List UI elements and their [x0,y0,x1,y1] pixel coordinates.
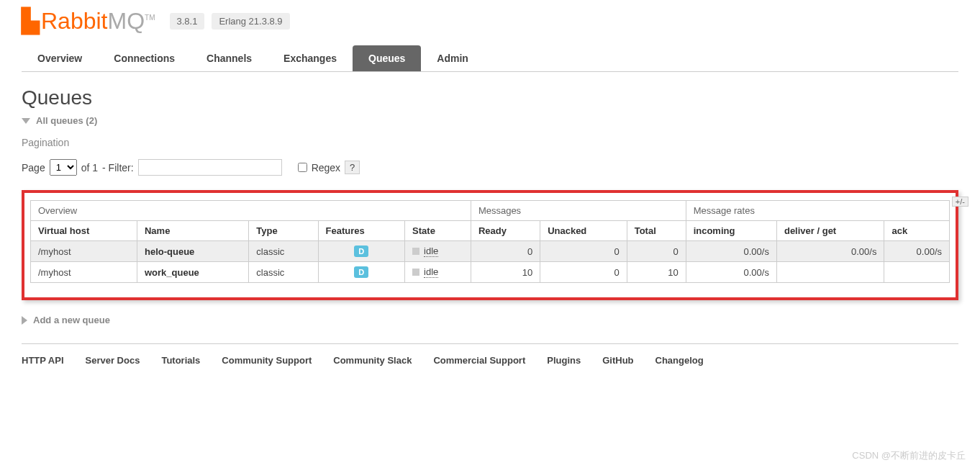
cell-deliver [776,262,884,283]
tab-overview[interactable]: Overview [22,45,98,71]
cell-ready: 10 [471,262,540,283]
col-deliver[interactable]: deliver / get [776,221,884,241]
nav-tabs: Overview Connections Channels Exchanges … [22,45,958,72]
tab-queues[interactable]: Queues [353,45,421,71]
group-overview: Overview [31,201,471,221]
tab-channels[interactable]: Channels [191,45,268,71]
link-server-docs[interactable]: Server Docs [86,355,140,366]
cell-name: helo-queue [137,241,248,262]
cell-total: 0 [627,241,686,262]
cell-incoming: 0.00/s [686,241,776,262]
col-total[interactable]: Total [627,221,686,241]
durable-badge: D [354,245,368,257]
cell-vhost: /myhost [31,262,137,283]
tab-connections[interactable]: Connections [98,45,191,71]
page-label: Page [22,162,45,174]
footer-links: HTTP API Server Docs Tutorials Community… [22,343,958,377]
tab-exchanges[interactable]: Exchanges [268,45,353,71]
logo-rabbit: Rabbit [41,8,108,34]
regex-checkbox[interactable] [298,163,307,172]
cell-total: 10 [627,262,686,283]
link-commercial-support[interactable]: Commercial Support [433,355,525,366]
cell-features: D [318,262,405,283]
logo-text: RabbitMQTM [41,8,155,35]
page-select[interactable]: 1 [50,159,77,176]
queues-table: Overview Messages Message rates Virtual … [30,200,950,283]
col-type[interactable]: Type [249,221,318,241]
pagination-controls: Page 1 of 1 - Filter: Regex ? [22,159,958,176]
tab-admin[interactable]: Admin [421,45,484,71]
pagination-label: Pagination [22,137,958,148]
regex-label: Regex [312,162,340,174]
all-queues-label: All queues (2) [36,115,97,126]
chevron-right-icon [22,316,27,325]
col-vhost[interactable]: Virtual host [31,221,137,241]
chevron-down-icon [22,118,30,124]
cell-vhost: /myhost [31,241,137,262]
rabbitmq-icon: ▙ [22,7,40,35]
cell-incoming: 0.00/s [686,262,776,283]
link-github[interactable]: GitHub [602,355,633,366]
cell-name: work_queue [137,262,248,283]
header: ▙ RabbitMQTM 3.8.1 Erlang 21.3.8.9 [0,0,980,45]
cell-ack [884,262,950,283]
idle-icon [412,269,419,276]
idle-icon [412,248,419,255]
table-row: /myhost work_queue classic D idle 10 0 1… [31,262,950,283]
logo-tm: TM [145,14,155,22]
version-badge: 3.8.1 [170,13,205,30]
cell-deliver: 0.00/s [776,241,884,262]
col-state[interactable]: State [405,221,471,241]
filter-input[interactable] [138,159,282,176]
link-tutorials[interactable]: Tutorials [161,355,200,366]
col-name[interactable]: Name [137,221,248,241]
link-community-support[interactable]: Community Support [222,355,312,366]
link-http-api[interactable]: HTTP API [22,355,64,366]
cell-state: idle [405,241,471,262]
group-rates: Message rates [686,201,949,221]
link-plugins[interactable]: Plugins [547,355,581,366]
queues-table-wrap: +/- Overview Messages Message rates Virt… [22,190,958,300]
erlang-badge: Erlang 21.3.8.9 [212,13,289,30]
version-badges: 3.8.1 Erlang 21.3.8.9 [170,13,290,30]
link-changelog[interactable]: Changelog [655,355,704,366]
col-ack[interactable]: ack [884,221,950,241]
highlight-box: +/- Overview Messages Message rates Virt… [22,190,958,300]
cell-features: D [318,241,405,262]
cell-type: classic [249,262,318,283]
cell-unacked: 0 [540,262,627,283]
all-queues-toggle[interactable]: All queues (2) [22,115,958,126]
page-title: Queues [22,86,980,109]
help-button[interactable]: ? [345,161,360,174]
add-queue-label: Add a new queue [33,315,110,325]
queue-link[interactable]: helo-queue [145,246,194,257]
col-ready[interactable]: Ready [471,221,540,241]
filter-label: - Filter: [102,162,134,174]
columns-toggle[interactable]: +/- [952,197,968,207]
logo[interactable]: ▙ RabbitMQTM [22,7,155,35]
of-label: of 1 [81,162,98,174]
link-community-slack[interactable]: Community Slack [333,355,412,366]
add-queue-toggle[interactable]: Add a new queue [22,315,958,325]
queue-link[interactable]: work_queue [145,267,199,278]
cell-ready: 0 [471,241,540,262]
table-row: /myhost helo-queue classic D idle 0 0 0 … [31,241,950,262]
col-incoming[interactable]: incoming [686,221,776,241]
col-features[interactable]: Features [318,221,405,241]
logo-mq: MQ [108,8,145,34]
cell-unacked: 0 [540,241,627,262]
cell-ack: 0.00/s [884,241,950,262]
durable-badge: D [354,266,368,278]
cell-state: idle [405,262,471,283]
cell-type: classic [249,241,318,262]
col-unacked[interactable]: Unacked [540,221,627,241]
group-messages: Messages [471,201,686,221]
